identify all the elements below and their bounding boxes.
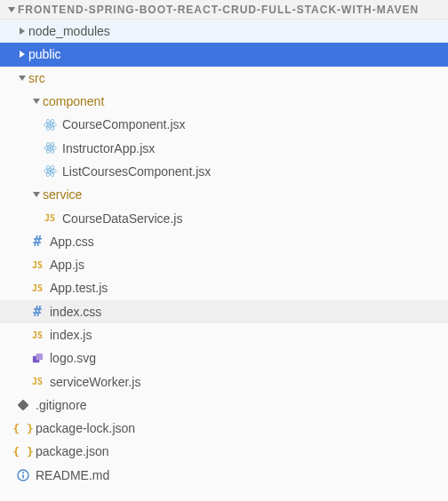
file-list-courses[interactable]: ListCoursesComponent.jsx	[0, 160, 448, 183]
file-label: ListCoursesComponent.jsx	[62, 164, 211, 179]
file-app-css[interactable]: # App.css	[0, 230, 448, 253]
file-label: README.md	[36, 468, 109, 482]
css-icon: #	[30, 235, 44, 249]
js-icon: JS	[30, 328, 44, 342]
folder-label: node_modules	[28, 24, 110, 38]
project-root[interactable]: FRONTEND-SPRING-BOOT-REACT-CRUD-FULL-STA…	[0, 0, 448, 20]
folder-label: service	[43, 187, 82, 202]
folder-node-modules[interactable]: node_modules	[0, 20, 448, 43]
file-course-component[interactable]: CourseComponent.jsx	[0, 113, 448, 136]
react-icon	[43, 164, 57, 179]
file-label: package-lock.json	[36, 421, 135, 435]
file-label: index.css	[50, 305, 101, 319]
chevron-down-icon[interactable]	[30, 98, 43, 105]
file-label: serviceWorker.js	[50, 375, 140, 389]
git-icon	[16, 398, 30, 412]
file-label: App.test.js	[50, 281, 108, 295]
file-label: App.css	[50, 235, 94, 249]
file-package-json[interactable]: { } package.json	[0, 440, 448, 463]
js-icon: JS	[30, 281, 44, 295]
project-name-label: FRONTEND-SPRING-BOOT-REACT-CRUD-FULL-STA…	[18, 4, 419, 16]
folder-label: public	[28, 47, 61, 61]
file-service-worker[interactable]: JS serviceWorker.js	[0, 370, 448, 393]
file-index-js[interactable]: JS index.js	[0, 323, 448, 346]
chevron-down-icon[interactable]	[5, 6, 18, 13]
file-app-test[interactable]: JS App.test.js	[0, 276, 448, 299]
file-gitignore[interactable]: .gitignore	[0, 394, 448, 417]
chevron-right-icon[interactable]	[16, 51, 28, 58]
chevron-down-icon[interactable]	[16, 75, 28, 82]
folder-label: component	[43, 94, 104, 108]
file-label: InstructorApp.jsx	[62, 141, 155, 155]
json-icon: { }	[16, 421, 30, 435]
js-icon: JS	[30, 375, 44, 389]
chevron-down-icon[interactable]	[30, 191, 43, 198]
file-readme[interactable]: README.md	[0, 464, 448, 487]
file-index-css[interactable]: # index.css	[0, 300, 448, 323]
js-icon: JS	[30, 258, 44, 272]
file-label: logo.svg	[50, 351, 96, 365]
file-label: .gitignore	[36, 398, 87, 412]
react-icon	[43, 141, 57, 155]
file-label: package.json	[36, 444, 109, 458]
file-app-js[interactable]: JS App.js	[0, 253, 448, 276]
file-label: App.js	[50, 258, 84, 272]
chevron-right-icon[interactable]	[16, 28, 28, 35]
file-instructor-app[interactable]: InstructorApp.jsx	[0, 136, 448, 159]
folder-component[interactable]: component	[0, 90, 448, 113]
folder-service[interactable]: service	[0, 183, 448, 206]
css-icon: #	[30, 305, 44, 319]
file-logo-svg[interactable]: logo.svg	[0, 346, 448, 370]
json-icon: { }	[16, 444, 30, 458]
info-icon	[16, 468, 30, 482]
file-course-data-service[interactable]: JS CourseDataService.js	[0, 206, 448, 229]
file-label: CourseDataService.js	[62, 211, 182, 226]
file-package-lock[interactable]: { } package-lock.json	[0, 417, 448, 440]
file-label: CourseComponent.jsx	[62, 117, 186, 131]
folder-label: src	[28, 71, 45, 85]
react-icon	[43, 117, 57, 131]
image-icon	[30, 351, 44, 365]
folder-public[interactable]: public	[0, 43, 448, 66]
js-icon: JS	[43, 211, 57, 226]
file-label: index.js	[50, 328, 92, 342]
folder-src[interactable]: src	[0, 67, 448, 90]
